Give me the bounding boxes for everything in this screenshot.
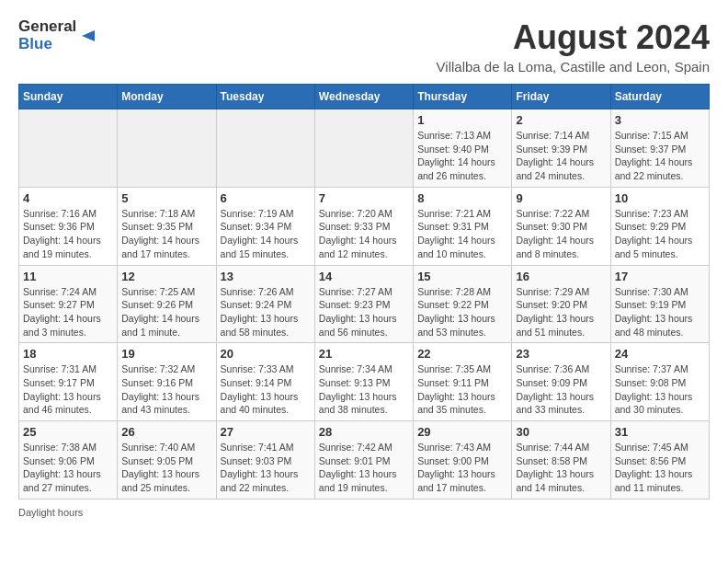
day-info: Sunrise: 7:28 AM Sunset: 9:22 PM Dayligh…	[417, 285, 507, 339]
calendar-week-row: 1Sunrise: 7:13 AM Sunset: 9:40 PM Daylig…	[19, 109, 710, 188]
calendar-cell: 30Sunrise: 7:44 AM Sunset: 8:58 PM Dayli…	[512, 421, 610, 500]
calendar-cell: 10Sunrise: 7:23 AM Sunset: 9:29 PM Dayli…	[610, 187, 709, 265]
day-info: Sunrise: 7:32 AM Sunset: 9:16 PM Dayligh…	[121, 362, 211, 417]
logo-container: General Blue	[18, 18, 98, 52]
title-area: August 2024 Villalba de la Loma, Castill…	[437, 18, 710, 75]
logo-general-text: General	[18, 18, 76, 36]
calendar-cell: 9Sunrise: 7:22 AM Sunset: 9:30 PM Daylig…	[512, 187, 610, 265]
calendar-cell: 25Sunrise: 7:38 AM Sunset: 9:06 PM Dayli…	[19, 421, 118, 500]
day-info: Sunrise: 7:27 AM Sunset: 9:23 PM Dayligh…	[319, 285, 409, 339]
day-info: Sunrise: 7:33 AM Sunset: 9:14 PM Dayligh…	[221, 362, 311, 417]
logo-arrow-icon	[78, 26, 98, 46]
day-info: Sunrise: 7:18 AM Sunset: 9:35 PM Dayligh…	[121, 207, 211, 261]
calendar-day-header: Monday	[118, 85, 216, 109]
calendar-cell	[118, 109, 216, 188]
calendar-cell: 21Sunrise: 7:34 AM Sunset: 9:13 PM Dayli…	[314, 343, 413, 421]
calendar-day-header: Saturday	[610, 85, 709, 109]
day-info: Sunrise: 7:25 AM Sunset: 9:26 PM Dayligh…	[121, 285, 211, 339]
calendar-cell	[216, 109, 314, 188]
day-number: 24	[615, 347, 705, 361]
day-info: Sunrise: 7:40 AM Sunset: 9:05 PM Dayligh…	[121, 441, 211, 495]
calendar-cell: 17Sunrise: 7:30 AM Sunset: 9:19 PM Dayli…	[610, 265, 709, 343]
day-number: 4	[23, 191, 113, 205]
day-number: 22	[417, 347, 507, 361]
calendar-cell: 5Sunrise: 7:18 AM Sunset: 9:35 PM Daylig…	[118, 187, 216, 265]
day-info: Sunrise: 7:35 AM Sunset: 9:11 PM Dayligh…	[417, 362, 507, 417]
day-info: Sunrise: 7:41 AM Sunset: 9:03 PM Dayligh…	[221, 441, 311, 495]
svg-marker-0	[82, 30, 95, 41]
calendar-cell: 15Sunrise: 7:28 AM Sunset: 9:22 PM Dayli…	[414, 265, 512, 343]
calendar-cell: 29Sunrise: 7:43 AM Sunset: 9:00 PM Dayli…	[414, 421, 512, 500]
day-number: 31	[615, 425, 705, 439]
day-number: 3	[615, 113, 705, 127]
day-number: 10	[615, 191, 705, 205]
day-number: 9	[516, 191, 606, 205]
calendar-week-row: 4Sunrise: 7:16 AM Sunset: 9:36 PM Daylig…	[19, 187, 710, 265]
day-number: 17	[615, 270, 705, 283]
day-number: 19	[121, 347, 211, 361]
day-number: 8	[417, 191, 507, 205]
calendar-cell: 12Sunrise: 7:25 AM Sunset: 9:26 PM Dayli…	[118, 265, 216, 343]
day-info: Sunrise: 7:22 AM Sunset: 9:30 PM Dayligh…	[516, 207, 606, 261]
day-info: Sunrise: 7:23 AM Sunset: 9:29 PM Dayligh…	[615, 207, 705, 261]
day-number: 23	[516, 347, 606, 361]
calendar-table: SundayMondayTuesdayWednesdayThursdayFrid…	[18, 84, 710, 500]
day-info: Sunrise: 7:37 AM Sunset: 9:08 PM Dayligh…	[615, 362, 705, 417]
day-info: Sunrise: 7:30 AM Sunset: 9:19 PM Dayligh…	[615, 285, 705, 339]
calendar-week-row: 18Sunrise: 7:31 AM Sunset: 9:17 PM Dayli…	[19, 343, 710, 421]
logo: General Blue	[18, 18, 98, 52]
day-number: 6	[221, 191, 311, 205]
day-number: 27	[221, 425, 311, 439]
calendar-cell: 24Sunrise: 7:37 AM Sunset: 9:08 PM Dayli…	[610, 343, 709, 421]
calendar-cell: 11Sunrise: 7:24 AM Sunset: 9:27 PM Dayli…	[19, 265, 118, 343]
day-info: Sunrise: 7:13 AM Sunset: 9:40 PM Dayligh…	[417, 129, 507, 183]
calendar-header-row: SundayMondayTuesdayWednesdayThursdayFrid…	[19, 85, 710, 109]
footer-note: Daylight hours	[18, 507, 710, 518]
day-number: 29	[417, 425, 507, 439]
day-info: Sunrise: 7:24 AM Sunset: 9:27 PM Dayligh…	[23, 285, 113, 339]
day-info: Sunrise: 7:19 AM Sunset: 9:34 PM Dayligh…	[221, 207, 311, 261]
subtitle: Villalba de la Loma, Castille and Leon, …	[437, 59, 710, 75]
calendar-cell: 2Sunrise: 7:14 AM Sunset: 9:39 PM Daylig…	[512, 109, 610, 188]
day-number: 30	[516, 425, 606, 439]
calendar-week-row: 11Sunrise: 7:24 AM Sunset: 9:27 PM Dayli…	[19, 265, 710, 343]
day-info: Sunrise: 7:26 AM Sunset: 9:24 PM Dayligh…	[221, 285, 311, 339]
day-info: Sunrise: 7:36 AM Sunset: 9:09 PM Dayligh…	[516, 362, 606, 417]
day-info: Sunrise: 7:20 AM Sunset: 9:33 PM Dayligh…	[319, 207, 409, 261]
day-info: Sunrise: 7:44 AM Sunset: 8:58 PM Dayligh…	[516, 441, 606, 495]
calendar-day-header: Friday	[512, 85, 610, 109]
day-info: Sunrise: 7:45 AM Sunset: 8:56 PM Dayligh…	[615, 441, 705, 495]
day-number: 5	[121, 191, 211, 205]
day-number: 2	[516, 113, 606, 127]
day-number: 25	[23, 425, 113, 439]
day-info: Sunrise: 7:14 AM Sunset: 9:39 PM Dayligh…	[516, 129, 606, 183]
calendar-cell: 26Sunrise: 7:40 AM Sunset: 9:05 PM Dayli…	[118, 421, 216, 500]
calendar-cell: 13Sunrise: 7:26 AM Sunset: 9:24 PM Dayli…	[216, 265, 314, 343]
calendar-cell: 8Sunrise: 7:21 AM Sunset: 9:31 PM Daylig…	[414, 187, 512, 265]
day-info: Sunrise: 7:34 AM Sunset: 9:13 PM Dayligh…	[319, 362, 409, 417]
calendar-cell: 22Sunrise: 7:35 AM Sunset: 9:11 PM Dayli…	[414, 343, 512, 421]
main-title: August 2024	[437, 18, 710, 57]
day-number: 28	[319, 425, 409, 439]
calendar-cell: 18Sunrise: 7:31 AM Sunset: 9:17 PM Dayli…	[19, 343, 118, 421]
day-number: 16	[516, 270, 606, 283]
day-info: Sunrise: 7:38 AM Sunset: 9:06 PM Dayligh…	[23, 441, 113, 495]
day-number: 1	[417, 113, 507, 127]
day-number: 14	[319, 270, 409, 283]
day-number: 11	[23, 270, 113, 283]
calendar-cell: 4Sunrise: 7:16 AM Sunset: 9:36 PM Daylig…	[19, 187, 118, 265]
day-number: 12	[121, 270, 211, 283]
calendar-cell: 16Sunrise: 7:29 AM Sunset: 9:20 PM Dayli…	[512, 265, 610, 343]
calendar-cell: 19Sunrise: 7:32 AM Sunset: 9:16 PM Dayli…	[118, 343, 216, 421]
day-number: 15	[417, 270, 507, 283]
calendar-week-row: 25Sunrise: 7:38 AM Sunset: 9:06 PM Dayli…	[19, 421, 710, 500]
calendar-cell: 14Sunrise: 7:27 AM Sunset: 9:23 PM Dayli…	[314, 265, 413, 343]
calendar-day-header: Wednesday	[314, 85, 413, 109]
calendar-day-header: Thursday	[414, 85, 512, 109]
day-info: Sunrise: 7:15 AM Sunset: 9:37 PM Dayligh…	[615, 129, 705, 183]
day-info: Sunrise: 7:21 AM Sunset: 9:31 PM Dayligh…	[417, 207, 507, 261]
header: General Blue August 2024 Villalba de la …	[18, 18, 710, 75]
calendar-cell	[19, 109, 118, 188]
day-info: Sunrise: 7:16 AM Sunset: 9:36 PM Dayligh…	[23, 207, 113, 261]
day-info: Sunrise: 7:43 AM Sunset: 9:00 PM Dayligh…	[417, 441, 507, 495]
